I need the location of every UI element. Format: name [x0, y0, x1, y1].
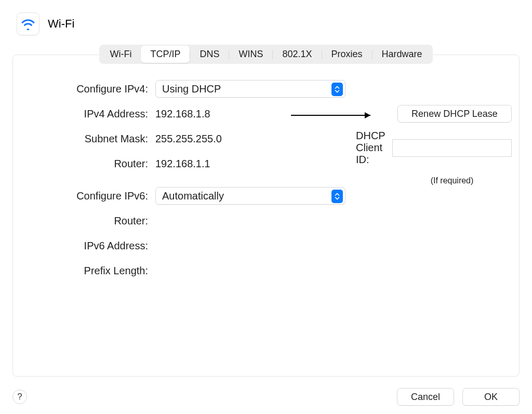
page-title: Wi-Fi	[48, 17, 74, 31]
dhcp-client-id-label: DHCP Client ID:	[356, 130, 386, 166]
tab-proxies[interactable]: Proxies	[322, 46, 372, 63]
select-arrows-icon	[331, 83, 343, 96]
configure-ipv4-select[interactable]: Using DHCP	[155, 80, 345, 98]
tab-hardware[interactable]: Hardware	[373, 46, 432, 63]
configure-ipv6-value: Automatically	[162, 190, 224, 202]
router-ipv4-value: 192.168.1.1	[155, 158, 210, 170]
configure-ipv6-label: Configure IPv6:	[20, 190, 155, 202]
tabs-bar: Wi-Fi TCP/IP DNS WINS 802.1X Proxies Har…	[0, 45, 532, 64]
settings-panel: Configure IPv4: Using DHCP IPv4 Address:…	[12, 55, 520, 377]
dialog-footer: ? Cancel OK	[12, 388, 520, 406]
right-column: Renew DHCP Lease DHCP Client ID: (If req…	[345, 80, 512, 287]
subnet-mask-label: Subnet Mask:	[20, 133, 155, 145]
ok-button[interactable]: OK	[462, 388, 520, 406]
tab-8021x[interactable]: 802.1X	[273, 46, 321, 63]
ipv6-address-label: IPv6 Address:	[20, 240, 155, 252]
ipv4-address-label: IPv4 Address:	[20, 108, 155, 120]
subnet-mask-value: 255.255.255.0	[155, 133, 222, 145]
tab-dns[interactable]: DNS	[190, 46, 229, 63]
renew-dhcp-lease-button[interactable]: Renew DHCP Lease	[397, 105, 512, 123]
prefix-length-label: Prefix Length:	[20, 265, 155, 277]
dhcp-client-id-hint: (If required)	[392, 176, 512, 185]
left-column: Configure IPv4: Using DHCP IPv4 Address:…	[20, 80, 345, 287]
help-button[interactable]: ?	[12, 390, 27, 404]
tab-wins[interactable]: WINS	[229, 46, 272, 63]
wifi-icon	[17, 12, 39, 35]
configure-ipv4-value: Using DHCP	[162, 83, 221, 95]
select-arrows-icon	[331, 190, 343, 203]
tab-tcpip[interactable]: TCP/IP	[141, 46, 190, 63]
router-ipv4-label: Router:	[20, 158, 155, 170]
configure-ipv4-label: Configure IPv4:	[20, 83, 155, 95]
segmented-control: Wi-Fi TCP/IP DNS WINS 802.1X Proxies Har…	[99, 45, 432, 64]
cancel-button[interactable]: Cancel	[397, 388, 454, 406]
tab-wifi[interactable]: Wi-Fi	[100, 46, 141, 63]
window-header: Wi-Fi	[0, 0, 532, 45]
ipv4-address-value: 192.168.1.8	[155, 108, 210, 120]
dhcp-client-id-input[interactable]	[392, 139, 512, 157]
configure-ipv6-select[interactable]: Automatically	[155, 187, 345, 205]
router-ipv6-label: Router:	[20, 215, 155, 227]
